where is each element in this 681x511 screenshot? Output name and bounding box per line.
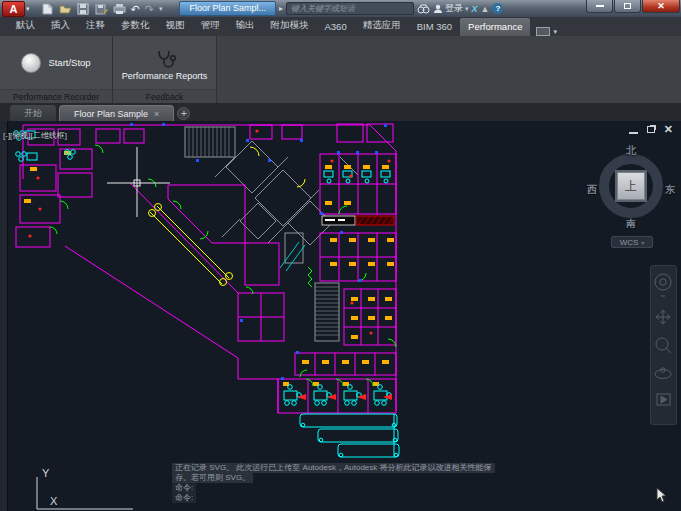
ribbon-tab-bim360[interactable]: BIM 360 [409, 18, 460, 36]
document-title[interactable]: Floor Plan Sampl... [179, 1, 276, 16]
tab-start-label: 开始 [24, 107, 42, 120]
qat-dropdown-icon[interactable]: ▾ [159, 5, 163, 13]
new-file-icon[interactable] [41, 3, 54, 15]
viewport-controls[interactable]: [-][俯视][二维线框] [3, 130, 67, 141]
doc-title-arrow-icon: ▸ [279, 4, 283, 13]
ribbon-tab-manage[interactable]: 管理 [193, 16, 228, 36]
ribbon-tab-view[interactable]: 视图 [158, 16, 193, 36]
record-circle-icon [21, 53, 41, 73]
panel-feedback: Performance Reports Feedback [113, 36, 217, 103]
title-bar: A ▾ ↶ ↷ ▾ Floor Plan Sampl... ▸ 登录 ▾ X ▲… [0, 0, 681, 17]
tab-floor-plan-label: Floor Plan Sample [74, 109, 148, 119]
help-icon[interactable]: ? [492, 3, 503, 14]
command-history-line: 存。若可用则 SVG。 [172, 473, 253, 483]
stethoscope-icon [154, 49, 176, 69]
viewcube[interactable]: 北 南 西 东 上 [594, 147, 668, 233]
wcs-menu[interactable]: WCS ▾ [611, 236, 653, 248]
ribbon-tab-addins[interactable]: 附加模块 [263, 16, 317, 36]
ribbon-body: Start/Stop Performance Recorder Performa… [0, 36, 681, 103]
ribbon-tab-output[interactable]: 输出 [228, 16, 263, 36]
performance-reports-label: Performance Reports [122, 71, 208, 81]
start-stop-label: Start/Stop [48, 57, 90, 68]
ucs-y-label: Y [42, 467, 50, 479]
save-as-icon[interactable] [95, 3, 108, 15]
command-line-overlay[interactable]: 正在记录 SVG。 此次运行已上传至 Autodesk，Autodesk 将分析… [172, 463, 495, 503]
performance-reports-button[interactable]: Performance Reports [113, 36, 216, 89]
ribbon-panel-icon [536, 27, 550, 36]
wcs-caret-icon: ▾ [641, 239, 644, 246]
user-icon [433, 4, 443, 14]
open-file-icon[interactable] [59, 3, 72, 15]
crosshair-cursor [107, 147, 170, 217]
redo-icon[interactable]: ↷ [145, 3, 154, 15]
ribbon-tab-featured-apps[interactable]: 精选应用 [355, 16, 409, 36]
new-tab-button[interactable]: + [177, 107, 190, 120]
close-button[interactable]: ✕ [642, 0, 680, 13]
ribbon-tab-insert[interactable]: 插入 [43, 16, 78, 36]
signin-label: 登录 [445, 2, 463, 15]
drawing-restore-icon[interactable] [647, 126, 655, 133]
tab-floor-plan-sample[interactable]: Floor Plan Sample × [59, 105, 174, 121]
tab-start[interactable]: 开始 [10, 105, 56, 121]
drawing-canvas[interactable]: Y X [-][俯视][二维线框] ✕ 北 南 西 东 上 WCS ▾ [0, 121, 681, 511]
ribbon-tab-parametric[interactable]: 参数化 [113, 16, 158, 36]
plot-icon[interactable] [113, 3, 126, 15]
ucs-x-label: X [50, 495, 58, 507]
panel-label-performance-recorder[interactable]: Performance Recorder [0, 89, 112, 103]
panel-label-feedback[interactable]: Feedback [113, 89, 216, 103]
mouse-pointer-icon [656, 487, 668, 503]
command-prompt-line: 命令: [172, 483, 196, 493]
viewcube-north[interactable]: 北 [626, 144, 636, 158]
panel-performance-recorder: Start/Stop Performance Recorder [0, 36, 113, 103]
ribbon-tab-performance[interactable]: Performance [460, 18, 530, 36]
minimize-icon [596, 5, 604, 7]
signin-control[interactable]: 登录 ▾ [433, 2, 469, 15]
minimize-button[interactable] [586, 0, 613, 13]
app-menu-caret-icon[interactable]: ▾ [26, 5, 30, 13]
ribbon-tab-bar: 默认 插入 注释 参数化 视图 管理 输出 附加模块 A360 精选应用 BIM… [0, 17, 681, 36]
drawing-window-controls: ✕ [629, 125, 673, 134]
close-icon: ✕ [657, 2, 665, 11]
navbar-icons [651, 266, 676, 424]
ribbon-toggle-caret-icon: ▾ [553, 28, 557, 36]
tab-close-icon[interactable]: × [154, 109, 159, 119]
ribbon-tab-default[interactable]: 默认 [8, 16, 43, 36]
drawing-minimize-icon[interactable] [629, 126, 638, 134]
floor-plan-drawing: Y X [0, 121, 681, 511]
undo-icon[interactable]: ↶ [131, 3, 140, 15]
app-store-icon[interactable]: ▲ [481, 4, 490, 14]
exchange-apps-icon[interactable]: X [472, 4, 478, 14]
autocad-window: A ▾ ↶ ↷ ▾ Floor Plan Sampl... ▸ 登录 ▾ X ▲… [0, 0, 681, 511]
ribbon-display-toggle[interactable]: ▾ [536, 27, 557, 36]
viewcube-top-face[interactable]: 上 [617, 172, 645, 200]
viewcube-east[interactable]: 东 [665, 183, 675, 197]
start-stop-button[interactable]: Start/Stop [0, 36, 112, 89]
viewcube-south[interactable]: 南 [626, 217, 636, 231]
wcs-label: WCS [620, 238, 639, 247]
app-menu-button[interactable]: A [2, 1, 25, 17]
ribbon-tab-annotate[interactable]: 注释 [78, 16, 113, 36]
maximize-button[interactable] [614, 0, 641, 13]
navigation-bar[interactable] [650, 265, 677, 425]
command-prompt-line: 命令: [172, 493, 196, 503]
command-history-line: 正在记录 SVG。 此次运行已上传至 Autodesk，Autodesk 将分析… [172, 463, 495, 473]
signin-caret-icon: ▾ [465, 5, 469, 13]
ribbon-tab-a360[interactable]: A360 [317, 18, 355, 36]
quick-access-toolbar: ↶ ↷ ▾ [41, 3, 163, 15]
maximize-icon [624, 3, 631, 9]
search-input[interactable] [286, 2, 414, 15]
window-controls: ✕ [585, 0, 680, 13]
search-binoculars-icon[interactable] [417, 4, 430, 14]
viewcube-west[interactable]: 西 [587, 183, 597, 197]
file-tab-bar: 开始 Floor Plan Sample × + [0, 103, 681, 121]
save-icon[interactable] [77, 3, 90, 15]
drawing-close-icon[interactable]: ✕ [664, 125, 673, 134]
